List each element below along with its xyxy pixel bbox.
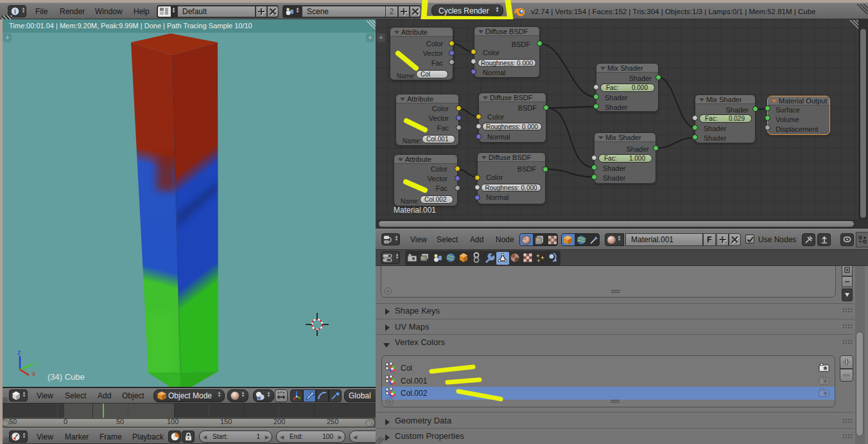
svg-text:y: y [33,359,37,366]
svg-text:x: x [32,369,36,377]
svg-text:i: i [14,8,16,15]
svg-text:z: z [17,348,21,356]
